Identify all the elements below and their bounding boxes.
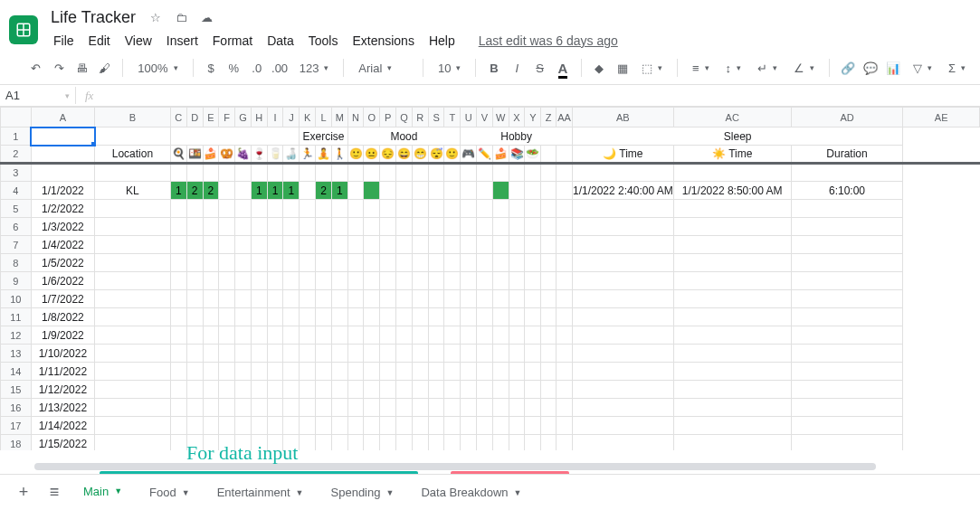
cell[interactable] <box>203 345 219 363</box>
cell[interactable] <box>31 146 94 164</box>
chevron-down-icon[interactable]: ▼ <box>114 486 122 496</box>
borders-button[interactable]: ▦ <box>614 57 631 79</box>
cell[interactable] <box>347 272 364 290</box>
header-sleep[interactable]: Sleep <box>572 128 902 146</box>
emoji-header[interactable]: 🥨 <box>219 146 235 164</box>
cell[interactable] <box>219 218 235 236</box>
emoji-header[interactable]: 🍱 <box>186 146 203 164</box>
col-header[interactable]: P <box>380 108 396 128</box>
cell[interactable] <box>235 182 252 200</box>
cell[interactable] <box>267 236 283 254</box>
cell[interactable] <box>235 345 252 363</box>
cloud-icon[interactable]: ☁ <box>199 11 214 25</box>
cell[interactable] <box>186 254 203 272</box>
cell[interactable] <box>95 200 171 218</box>
cell[interactable] <box>235 381 252 399</box>
cell[interactable] <box>95 272 171 290</box>
cell[interactable] <box>95 435 171 451</box>
cell[interactable] <box>300 236 316 254</box>
cell-date[interactable]: 1/8/2022 <box>31 308 94 326</box>
cell-date[interactable]: 1/3/2022 <box>31 218 94 236</box>
halign-dropdown[interactable]: ≡ <box>687 60 715 77</box>
cell[interactable] <box>203 254 219 272</box>
tab-data-breakdown[interactable]: Data Breakdown▼ <box>408 478 534 506</box>
cell[interactable] <box>170 381 186 399</box>
cell[interactable] <box>203 363 219 381</box>
col-header[interactable]: T <box>444 108 461 128</box>
emoji-header[interactable]: 🙂 <box>444 146 461 164</box>
cell[interactable] <box>95 399 171 417</box>
link-button[interactable]: 🔗 <box>839 57 856 79</box>
emoji-header[interactable]: 🍶 <box>283 146 300 164</box>
text-color-button[interactable]: A <box>554 57 571 79</box>
row-header[interactable]: 8 <box>1 254 32 272</box>
cell[interactable] <box>267 254 283 272</box>
cell[interactable] <box>170 254 186 272</box>
emoji-header[interactable]: 🙂 <box>347 146 364 164</box>
cell[interactable]: 1 <box>267 182 283 200</box>
last-edit[interactable]: Last edit was 6 days ago <box>472 30 624 52</box>
cell[interactable] <box>347 381 364 399</box>
menu-data[interactable]: Data <box>261 30 300 52</box>
cell-date[interactable]: 1/2/2022 <box>31 200 94 218</box>
cell-date[interactable]: 1/9/2022 <box>31 326 94 345</box>
col-header[interactable]: U <box>461 108 477 128</box>
all-sheets-button[interactable]: ≡ <box>40 478 69 507</box>
cell[interactable] <box>219 326 235 345</box>
filter-dropdown[interactable]: ▽ <box>908 60 937 77</box>
cell[interactable] <box>235 399 252 417</box>
cell[interactable] <box>572 363 673 381</box>
cell-date[interactable]: 1/10/2022 <box>31 345 94 363</box>
cell[interactable] <box>203 417 219 435</box>
emoji-header[interactable]: 🍷 <box>251 146 267 164</box>
col-header[interactable]: N <box>347 108 364 128</box>
cell[interactable] <box>186 200 203 218</box>
emoji-header[interactable]: 😔 <box>380 146 396 164</box>
cell[interactable] <box>572 435 673 451</box>
cell[interactable] <box>283 254 300 272</box>
cell[interactable] <box>347 254 364 272</box>
emoji-header[interactable]: 🍰 <box>492 146 509 164</box>
cell[interactable] <box>283 236 300 254</box>
tab-main[interactable]: Main▼ <box>71 477 135 508</box>
cell[interactable] <box>170 272 186 290</box>
wrap-dropdown[interactable]: ↵ <box>752 60 783 77</box>
tab-food[interactable]: Food▼ <box>137 478 203 506</box>
cell[interactable] <box>461 290 477 308</box>
cell[interactable] <box>95 363 171 381</box>
cell[interactable] <box>219 182 235 200</box>
col-header[interactable]: O <box>364 108 380 128</box>
emoji-header[interactable]: 😄 <box>396 146 413 164</box>
cell[interactable]: 1 <box>283 182 300 200</box>
cell[interactable] <box>300 254 316 272</box>
cell[interactable] <box>170 308 186 326</box>
cell[interactable] <box>219 381 235 399</box>
cell[interactable] <box>364 182 380 200</box>
col-header[interactable]: E <box>203 108 219 128</box>
cell[interactable] <box>203 308 219 326</box>
cell[interactable] <box>95 326 171 345</box>
cell[interactable] <box>300 345 316 363</box>
cell[interactable] <box>235 326 252 345</box>
cell[interactable] <box>170 417 186 435</box>
paint-format-button[interactable]: 🖌 <box>96 57 113 79</box>
emoji-header[interactable]: 🍳 <box>170 146 186 164</box>
cell[interactable] <box>186 236 203 254</box>
cell[interactable] <box>95 254 171 272</box>
cell[interactable] <box>300 363 316 381</box>
cell[interactable] <box>235 363 252 381</box>
cell[interactable] <box>170 435 186 451</box>
rotate-dropdown[interactable]: ∠ <box>788 60 820 77</box>
cell-date[interactable]: 1/13/2022 <box>31 399 94 417</box>
sheets-logo[interactable] <box>9 15 38 44</box>
header-time1[interactable]: 🌙 Time <box>572 146 673 164</box>
cell[interactable] <box>203 326 219 345</box>
menu-insert[interactable]: Insert <box>160 30 205 52</box>
cell[interactable] <box>572 218 673 236</box>
col-header[interactable]: Y <box>525 108 541 128</box>
cell[interactable] <box>219 200 235 218</box>
move-icon[interactable]: 🗀 <box>174 11 188 25</box>
cell[interactable] <box>347 218 364 236</box>
formula-input[interactable] <box>102 85 980 106</box>
cell[interactable] <box>283 363 300 381</box>
